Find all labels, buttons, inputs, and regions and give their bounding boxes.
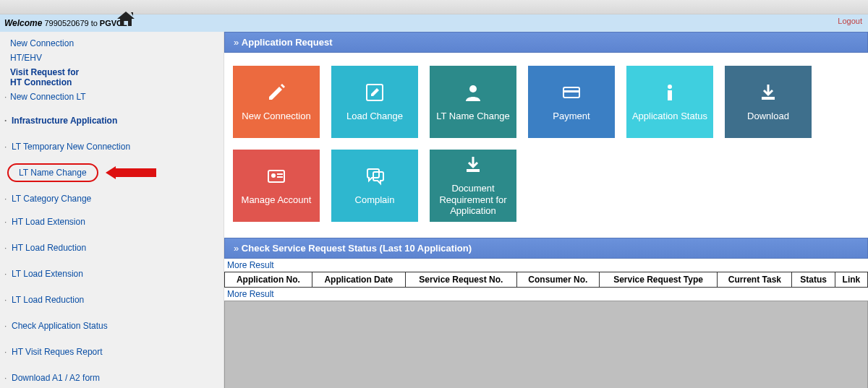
panel-header-status: Check Service Request Status (Last 10 Ap… [224, 238, 868, 259]
pencil-icon [266, 82, 286, 105]
tile-payment[interactable]: Payment [528, 66, 615, 138]
sidebar-item-ht-ehv[interactable]: HT/EHV [0, 51, 224, 65]
main-panel: Application Request New Connection Load … [224, 32, 868, 388]
sidebar-item-lt-name-change[interactable]: LT Name Change [7, 163, 98, 182]
tile-doc-requirement[interactable]: Document Requirement for Application [430, 150, 516, 222]
tile-label: LT Name Change [433, 111, 512, 122]
empty-results-area [224, 301, 868, 388]
download-icon [758, 82, 778, 105]
welcome-to: to [91, 19, 98, 27]
sidebar-item-new-connection-lt[interactable]: New Connection LT [0, 90, 224, 104]
id-card-icon [266, 166, 286, 189]
svg-rect-10 [277, 176, 283, 178]
status-panel: Check Service Request Status (Last 10 Ap… [224, 238, 868, 388]
welcome-bar: Welcome 7990520679 to PGVCL Logout [0, 14, 868, 32]
tile-new-connection[interactable]: New Connection [233, 66, 320, 138]
sidebar: New Connection HT/EHV Visit Request for … [0, 32, 224, 388]
th-link: Link [835, 272, 867, 288]
card-icon [561, 82, 582, 105]
panel-header-app-request: Application Request [224, 32, 868, 53]
info-icon [660, 82, 680, 105]
sidebar-item-infrastructure[interactable]: Infrastructure Application [0, 111, 224, 130]
svg-point-1 [469, 85, 477, 92]
th-service-req-no: Service Request No. [405, 272, 516, 288]
sidebar-item-lt-temp-new-conn[interactable]: LT Temporary New Connection [0, 137, 224, 156]
tile-download[interactable]: Download [725, 66, 812, 138]
edit-square-icon [365, 82, 385, 105]
svg-point-8 [271, 173, 276, 178]
tile-complain[interactable]: Complain [331, 150, 418, 222]
svg-rect-3 [563, 90, 579, 92]
table-header-row: Application No. Application Date Service… [225, 272, 868, 288]
main-container: New Connection HT/EHV Visit Request for … [0, 32, 868, 388]
sidebar-item-lt-category-change[interactable]: LT Category Change [0, 189, 224, 208]
logout-link[interactable]: Logout [838, 17, 862, 25]
sidebar-item-ht-load-extension[interactable]: HT Load Extension [0, 212, 224, 231]
chat-icon [365, 166, 385, 189]
sidebar-item-download-a1a2[interactable]: Download A1 / A2 form [0, 368, 224, 387]
sidebar-item-ht-load-reduction[interactable]: HT Load Reduction [0, 238, 224, 257]
svg-rect-5 [668, 90, 672, 100]
tile-load-change[interactable]: Load Change [331, 66, 418, 138]
tile-label: Complain [352, 194, 398, 206]
highlight-arrow-icon [106, 166, 156, 179]
th-service-req-type: Service Request Type [599, 272, 718, 288]
th-app-no: Application No. [225, 272, 312, 288]
tile-lt-name-change[interactable]: LT Name Change [430, 66, 516, 138]
sidebar-item-lt-load-reduction[interactable]: LT Load Reduction [0, 290, 224, 309]
welcome-number: 7990520679 [44, 19, 88, 27]
sidebar-item-check-app-status[interactable]: Check Application Status [0, 316, 224, 335]
welcome-label: Welcome [4, 18, 42, 28]
th-status: Status [792, 272, 835, 288]
tile-manage-account[interactable]: Manage Account [233, 150, 320, 222]
sidebar-item-visit-request-1[interactable]: Visit Request for [0, 65, 224, 77]
home-icon[interactable] [116, 10, 136, 30]
tile-label: New Connection [239, 111, 313, 122]
sidebar-item-visit-request-2[interactable]: HT Connection [0, 77, 224, 90]
svg-rect-6 [762, 97, 775, 100]
th-current-task: Current Task [718, 272, 792, 288]
download-icon [463, 155, 483, 177]
th-consumer-no: Consumer No. [517, 272, 600, 288]
svg-rect-11 [467, 169, 480, 172]
tile-label: Document Requirement for Application [430, 183, 516, 217]
tile-label: Manage Account [239, 194, 315, 206]
sidebar-item-new-connection[interactable]: New Connection [0, 36, 224, 51]
th-app-date: Application Date [312, 272, 405, 288]
tile-label: Download [744, 111, 792, 122]
person-icon [463, 82, 483, 105]
tile-label: Payment [550, 111, 592, 122]
sidebar-item-lt-load-extension[interactable]: LT Load Extension [0, 264, 224, 283]
tile-label: Application Status [629, 111, 710, 122]
svg-point-4 [668, 85, 672, 89]
tile-label: Load Change [344, 111, 406, 122]
more-result-top[interactable]: More Result [224, 259, 868, 272]
svg-rect-9 [277, 173, 283, 175]
sidebar-item-ht-visit-report[interactable]: HT Visit Reques Report [0, 342, 224, 361]
more-result-bottom[interactable]: More Result [224, 288, 868, 301]
status-table: Application No. Application Date Service… [224, 272, 868, 288]
tile-grid: New Connection Load Change LT Name Chang… [224, 53, 868, 235]
tile-app-status[interactable]: Application Status [626, 66, 713, 138]
